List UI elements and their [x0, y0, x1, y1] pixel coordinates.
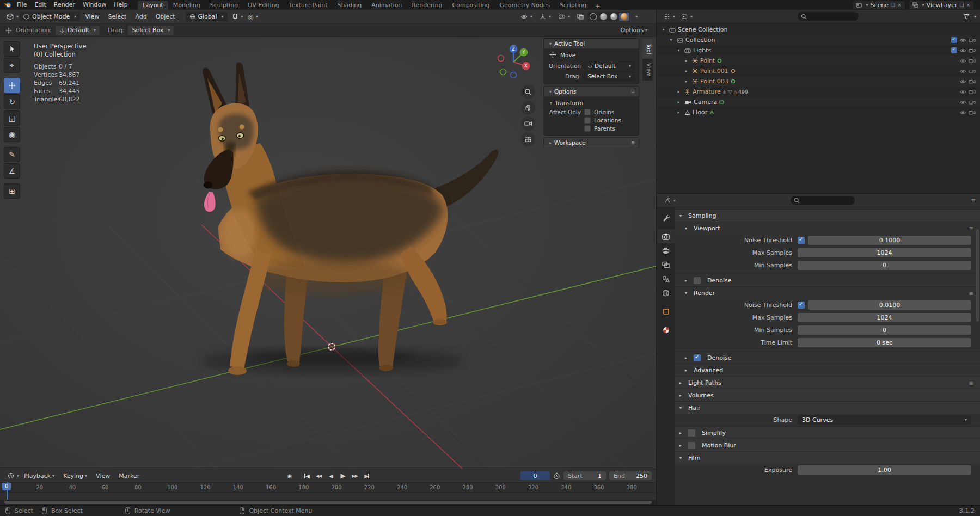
hide-eye-icon[interactable]: [959, 38, 966, 43]
tab-tool-properties[interactable]: [657, 211, 675, 225]
disable-render-icon[interactable]: [969, 110, 976, 115]
playhead-badge[interactable]: 0: [2, 483, 11, 490]
tab-render-properties[interactable]: [657, 229, 675, 243]
pan-button[interactable]: [521, 101, 535, 115]
stopwatch-icon[interactable]: [553, 472, 560, 480]
motion-blur-checkbox[interactable]: [688, 442, 695, 449]
tab-scripting[interactable]: Scripting: [555, 1, 591, 10]
tab-material-properties[interactable]: [657, 323, 675, 337]
viewport-subpanel-header[interactable]: ▾Viewport≣: [675, 222, 980, 234]
tab-viewlayer-properties[interactable]: [657, 257, 675, 272]
hide-eye-icon[interactable]: [959, 58, 966, 64]
film-panel-header[interactable]: ▾Film: [675, 451, 980, 464]
tab-shading[interactable]: Shading: [333, 1, 367, 10]
grip-icon[interactable]: ≣: [969, 225, 973, 231]
disable-render-icon[interactable]: [969, 48, 976, 53]
play-button[interactable]: ▶: [338, 471, 348, 480]
scrollbar-thumb[interactable]: [4, 501, 652, 504]
chevron-down-icon[interactable]: ▾: [974, 14, 976, 19]
current-frame-field[interactable]: 0: [520, 471, 550, 480]
simplify-panel-header[interactable]: ▸Simplify: [675, 426, 980, 439]
disable-render-icon[interactable]: [969, 38, 976, 43]
start-frame-field[interactable]: Start 1: [564, 471, 606, 480]
max-samples-field[interactable]: 1024: [798, 248, 971, 257]
tab-sculpting[interactable]: Sculpting: [205, 1, 243, 10]
tab-scene-properties[interactable]: [657, 272, 675, 286]
light-paths-panel-header[interactable]: ▸Light Paths≣: [675, 376, 980, 389]
outliner-row-armature[interactable]: ▸ Armature ⋔ ▽ △ 499: [657, 87, 980, 97]
locations-checkbox[interactable]: [584, 117, 591, 124]
jump-to-end-button[interactable]: ▶: [362, 471, 372, 480]
menu-object[interactable]: Object: [152, 13, 179, 20]
options-header[interactable]: ▾ Options ≣: [544, 87, 639, 96]
disable-render-icon[interactable]: [969, 79, 976, 84]
properties-editor-type-button[interactable]: ▾: [664, 198, 676, 204]
menu-marker[interactable]: Marker: [115, 472, 143, 480]
outliner-item-label[interactable]: Point.001: [700, 67, 728, 75]
origins-checkbox[interactable]: [584, 109, 591, 115]
new-viewlayer-icon[interactable]: ❏: [959, 2, 964, 8]
select-box-tool[interactable]: [4, 41, 20, 57]
properties-search-input[interactable]: [791, 196, 855, 205]
grip-icon[interactable]: ≣: [630, 140, 635, 145]
menu-select[interactable]: Select: [104, 13, 130, 20]
timeline-track[interactable]: [0, 492, 656, 500]
exclude-checkbox[interactable]: [951, 47, 957, 53]
render-denoise-header[interactable]: ▸Denoise: [675, 351, 980, 364]
outliner-row-lights[interactable]: ▾ Lights: [657, 45, 980, 56]
timeline-editor-type-button[interactable]: ▾: [8, 472, 19, 479]
disclosure-icon[interactable]: ▸: [675, 89, 682, 94]
workspace-header[interactable]: ▸ Workspace ≣: [544, 138, 639, 148]
tab-texture-paint[interactable]: Texture Paint: [284, 1, 333, 10]
shading-rendered-button[interactable]: [619, 13, 629, 21]
cursor-tool[interactable]: ⌖: [4, 58, 20, 73]
disclosure-icon[interactable]: ▸: [683, 79, 690, 84]
hide-eye-icon[interactable]: [959, 69, 966, 74]
add-cube-tool[interactable]: ⊞: [4, 183, 20, 199]
menu-add[interactable]: Add: [131, 13, 150, 20]
disclosure-icon[interactable]: ▸: [683, 69, 690, 73]
outliner-row-floor[interactable]: ▸ Floor: [657, 107, 980, 118]
shading-wireframe-button[interactable]: [588, 13, 598, 21]
menu-keying[interactable]: Keying▾: [59, 472, 91, 480]
timeline-ruler[interactable]: 0204060801001201401601802002202402602803…: [0, 482, 656, 492]
hide-eye-icon[interactable]: [959, 48, 966, 53]
menu-playback[interactable]: Playback▾: [20, 472, 58, 480]
tab-output-properties[interactable]: [657, 243, 675, 257]
tab-compositing[interactable]: Compositing: [448, 1, 495, 10]
outliner-item-label[interactable]: Collection: [685, 36, 715, 44]
outliner-item-label[interactable]: Floor: [693, 109, 707, 116]
time-limit-field[interactable]: 0 sec: [798, 338, 971, 347]
tab-tool[interactable]: Tool: [642, 39, 653, 58]
hide-eye-icon[interactable]: [959, 89, 966, 95]
tab-animation[interactable]: Animation: [366, 1, 407, 10]
grip-icon[interactable]: ≣: [969, 380, 973, 386]
min-samples-field[interactable]: 0: [798, 325, 971, 335]
xray-toggle[interactable]: [577, 14, 584, 20]
disclosure-icon[interactable]: ▾: [667, 38, 675, 42]
proportional-editing-toggle[interactable]: ◎ ▾: [248, 13, 259, 21]
outliner-row-point001[interactable]: ▸ Point.001: [657, 66, 980, 76]
outliner-item-label[interactable]: Armature: [693, 88, 721, 95]
tab-modeling[interactable]: Modeling: [168, 1, 205, 10]
transform-tool[interactable]: ◉: [4, 127, 20, 142]
add-workspace-button[interactable]: +: [591, 3, 604, 10]
end-frame-field[interactable]: End 250: [609, 471, 652, 480]
camera-view-button[interactable]: [521, 116, 535, 131]
new-scene-icon[interactable]: ❏: [891, 2, 895, 8]
transform-orientation-dropdown[interactable]: Global ▾: [186, 12, 228, 21]
options-dropdown[interactable]: Options ▾: [621, 27, 647, 34]
outliner-row-scene-collection[interactable]: ▾ Scene Collection: [657, 24, 980, 35]
dog-model[interactable]: [201, 62, 498, 375]
disable-render-icon[interactable]: [969, 100, 976, 105]
active-tool-header[interactable]: ▾ Active Tool: [544, 39, 639, 48]
scene-selector[interactable]: ▾ Scene ❏ ×: [853, 1, 904, 9]
disable-render-icon[interactable]: [969, 89, 976, 95]
close-scene-icon[interactable]: ×: [897, 2, 902, 8]
close-viewlayer-icon[interactable]: ×: [966, 2, 970, 8]
menu-file[interactable]: File: [13, 0, 30, 10]
show-object-types-button[interactable]: ▾: [520, 14, 532, 20]
snap-toggle[interactable]: ▾: [232, 14, 243, 20]
menu-view[interactable]: View: [81, 13, 103, 20]
orientation-select[interactable]: Default ▾: [584, 62, 634, 70]
